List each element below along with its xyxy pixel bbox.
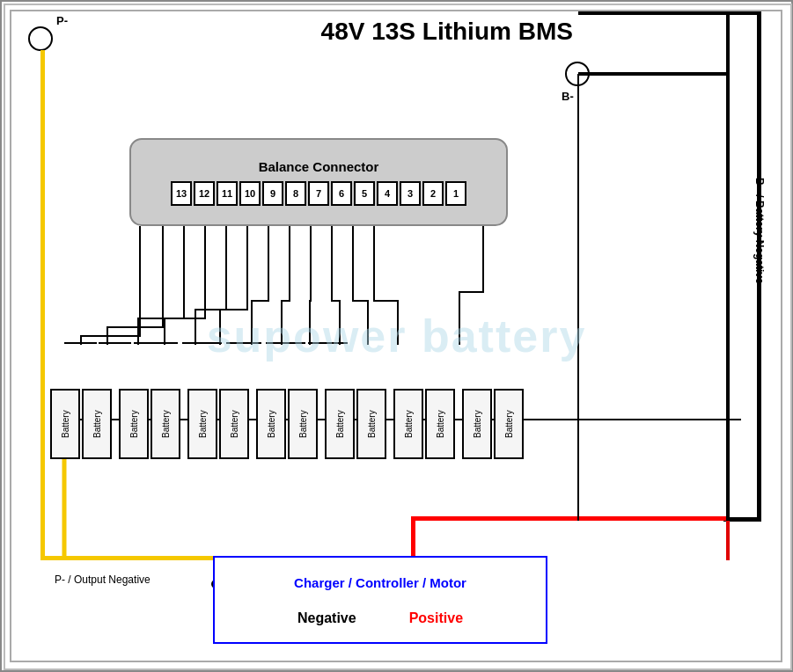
pin-10: 10 — [239, 181, 261, 206]
pin-2: 2 — [422, 181, 444, 206]
battery-cell: Battery — [151, 389, 180, 459]
wire-black-bottom — [723, 517, 761, 522]
pin-8: 8 — [285, 181, 306, 206]
pin-1: 1 — [445, 181, 466, 206]
battery-cell: Battery — [119, 389, 149, 459]
pin-5: 5 — [354, 181, 375, 206]
diagram: 48V 13S Lithium BMS supower battery P- B… — [0, 0, 793, 672]
battery-cell: Battery — [256, 389, 286, 459]
pin-13: 13 — [171, 181, 192, 206]
wire-yellow-horizontal — [40, 556, 213, 560]
pin-11: 11 — [217, 181, 238, 206]
battery-cell: Battery — [393, 389, 423, 459]
terminal-b-minus — [565, 62, 590, 86]
page-title: 48V 13S Lithium BMS — [321, 18, 573, 46]
battery-cell: Battery — [425, 389, 455, 459]
ccm-title: Charger / Controller / Motor — [294, 575, 466, 590]
battery-cell: Battery — [325, 389, 355, 459]
wire-yellow-vertical — [40, 50, 45, 560]
battery-cell: Battery — [50, 389, 80, 459]
terminal-b-label: B- — [562, 90, 574, 103]
wire-red-horizontal — [411, 516, 728, 521]
battery-cell: Battery — [462, 389, 492, 459]
pin-3: 3 — [400, 181, 421, 206]
pin-12: 12 — [194, 181, 215, 206]
pin-9: 9 — [262, 181, 283, 206]
balance-connector-title: Balance Connector — [259, 159, 379, 174]
terminal-p-minus — [28, 26, 53, 51]
batteries-area: Battery Battery Battery Battery Battery … — [50, 345, 745, 459]
battery-cell: Battery — [288, 389, 318, 459]
wire-red-vertical — [411, 516, 415, 560]
battery-pair-7: Battery Battery — [462, 389, 524, 459]
battery-cell: Battery — [356, 389, 386, 459]
battery-pair-3: Battery Battery — [187, 389, 249, 459]
wire-black-top — [578, 11, 761, 15]
battery-pair-6: Battery Battery — [393, 389, 455, 459]
battery-pair-5: Battery Battery — [325, 389, 386, 459]
battery-pair-4: Battery Battery — [256, 389, 318, 459]
battery-cell: Battery — [82, 389, 112, 459]
pin-7: 7 — [308, 181, 329, 206]
battery-pair-1: Battery Battery — [50, 389, 112, 459]
p-output-label: P- / Output Negative — [55, 573, 151, 586]
battery-cell: Battery — [219, 389, 249, 459]
charger-controller-motor-box: Charger / Controller / Motor Negative Po… — [213, 556, 547, 644]
balance-connector: Balance Connector 13 12 11 10 9 8 7 6 5 … — [129, 138, 508, 226]
wire-black-right — [757, 11, 761, 521]
battery-cell: Battery — [494, 389, 524, 459]
terminal-p-label: P- — [56, 14, 68, 27]
battery-pair-2: Battery Battery — [119, 389, 180, 459]
ccm-negative-label: Negative — [297, 610, 356, 626]
ccm-bottom: Negative Positive — [297, 610, 463, 626]
ccm-positive-label: Positive — [409, 610, 463, 626]
balance-pins: 13 12 11 10 9 8 7 6 5 4 3 2 1 — [171, 181, 466, 206]
battery-cell: Battery — [187, 389, 217, 459]
pin-4: 4 — [377, 181, 398, 206]
pin-6: 6 — [331, 181, 352, 206]
